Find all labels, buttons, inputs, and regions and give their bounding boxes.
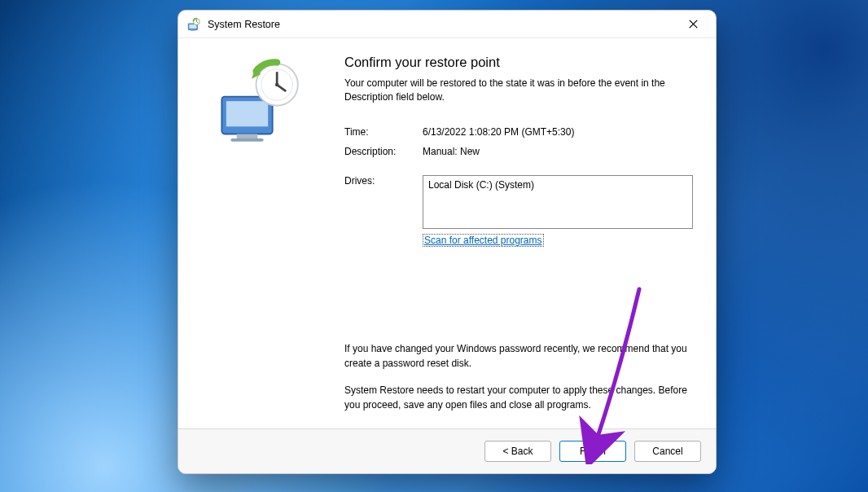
svg-point-11: [275, 83, 279, 87]
back-button[interactable]: < Back: [484, 441, 551, 462]
drives-label: Drives:: [344, 175, 423, 187]
system-restore-graphic-icon: [216, 58, 305, 147]
wizard-graphic-pane: [196, 53, 335, 417]
svg-rect-6: [226, 101, 268, 126]
cancel-button[interactable]: Cancel: [634, 441, 701, 462]
system-restore-icon: [186, 17, 201, 32]
page-subtext: Your computer will be restored to the st…: [344, 77, 693, 105]
description-label: Description:: [344, 146, 423, 157]
system-restore-dialog: System Restore: [178, 10, 717, 474]
drives-row: Drives: Local Disk (C:) (System) Scan fo…: [344, 175, 693, 247]
wizard-button-bar: < Back Finish Cancel: [178, 428, 716, 473]
scan-affected-programs-link[interactable]: Scan for affected programs: [423, 234, 544, 247]
description-row: Description: Manual: New: [344, 146, 693, 157]
restart-note: System Restore needs to restart your com…: [344, 384, 693, 412]
time-row: Time: 6/13/2022 1:08:20 PM (GMT+5:30): [344, 126, 693, 138]
svg-rect-1: [189, 24, 196, 29]
wizard-text-pane: Confirm your restore point Your computer…: [335, 53, 698, 417]
titlebar: System Restore: [178, 11, 716, 38]
window-title: System Restore: [208, 19, 280, 30]
time-label: Time:: [344, 126, 423, 138]
drives-listbox[interactable]: Local Disk (C:) (System): [423, 175, 693, 229]
close-icon: [689, 20, 698, 29]
dialog-content: Confirm your restore point Your computer…: [178, 38, 716, 428]
password-note: If you have changed your Windows passwor…: [344, 342, 693, 371]
time-value: 6/13/2022 1:08:20 PM (GMT+5:30): [423, 126, 693, 138]
drive-item[interactable]: Local Disk (C:) (System): [428, 179, 534, 191]
svg-rect-7: [237, 134, 258, 139]
page-heading: Confirm your restore point: [344, 55, 693, 70]
close-button[interactable]: [675, 12, 711, 37]
finish-button[interactable]: Finish: [559, 441, 626, 462]
description-value: Manual: New: [423, 146, 693, 157]
svg-rect-8: [230, 138, 263, 142]
svg-rect-2: [191, 29, 195, 30]
